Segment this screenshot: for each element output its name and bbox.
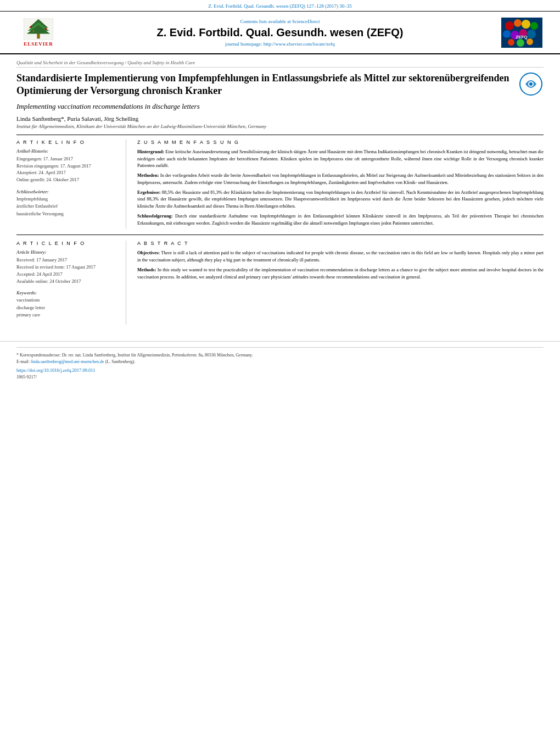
methods-label-en: Methods: — [137, 267, 156, 272]
zusammenfassung-col: Z U S A M M E N F A S S U N G Hintergrun… — [137, 140, 544, 230]
footnote-text: Korrespondenzadresse: Dr. rer. nat. Lind… — [20, 353, 253, 358]
contents-link: Contents lists available at ScienceDirec… — [60, 19, 500, 24]
article-history-section: Artikel-Historie: Eingegangen: 17. Janua… — [16, 148, 117, 183]
svg-point-16 — [527, 30, 536, 38]
svg-point-11 — [522, 20, 530, 29]
keyword-de-1: Impfempfehlung — [16, 196, 117, 203]
footnote: * Korrespondenzadresse: Dr. rer. nat. Li… — [16, 352, 544, 365]
article-title: Standardisierte Implementierung von Impf… — [16, 72, 544, 98]
svg-point-10 — [514, 19, 522, 27]
article-info-en-heading: A R T I C L E I N F O — [16, 241, 117, 246]
abstract-heading: A B S T R A C T — [137, 241, 544, 246]
svg-point-23 — [529, 82, 533, 86]
section-divider — [16, 235, 544, 235]
ergebnisse-label: Ergebnisse: — [137, 189, 161, 195]
elsevier-tree-icon — [22, 18, 55, 40]
ergebnisse-para: Ergebnisse: 88,5% der Hausärzte und 81,3… — [137, 189, 544, 210]
elsevier-logo: ELSEVIER — [16, 16, 60, 49]
keyword-en-1: vaccinations — [16, 297, 117, 304]
email-link[interactable]: linda.sanftenberg@med.uni-muenchen.de — [31, 359, 104, 364]
svg-point-17 — [508, 39, 514, 46]
citation-text: Z. Evid. Fortbild. Qual. Gesundh. wesen … — [208, 3, 351, 9]
svg-point-12 — [530, 22, 538, 30]
hintergrund-label: Hintergrund: — [137, 149, 164, 154]
methods-para-en: Methods: In this study we wanted to test… — [137, 266, 544, 281]
svg-text:ZEFQ: ZEFQ — [516, 35, 527, 40]
citation-bar: Z. Evid. Fortbild. Qual. Gesundh. wesen … — [0, 0, 560, 12]
zefq-logo-icon: ZEFQ — [501, 18, 542, 48]
abstract-col: A B S T R A C T Objectives: There is sti… — [137, 241, 544, 325]
zefq-logo: ZEFQ — [500, 16, 544, 49]
footer: * Korrespondenzadresse: Dr. rer. nat. Li… — [0, 341, 560, 386]
footer-divider — [16, 347, 544, 348]
english-section: A R T I C L E I N F O Article History: R… — [16, 241, 544, 325]
history-en-line-3: Accepted: 24 April 2017 — [16, 271, 117, 278]
history-en-line-4: Available online: 24 October 2017 — [16, 278, 117, 285]
keyword-de-2: ärztlicher Entlassbrief — [16, 203, 117, 210]
keyword-en-3: primary care — [16, 311, 117, 319]
svg-point-19 — [527, 38, 533, 45]
svg-point-5 — [30, 26, 32, 28]
keywords-section-en: Keywords: vaccinations discharge letter … — [16, 290, 117, 319]
history-line-2: Revision eingegangen: 17. August 2017 — [16, 163, 117, 170]
doi-link[interactable]: https://doi.org/10.1016/j.zefq.2017.09.0… — [16, 367, 544, 373]
zusammenfassung-heading: Z U S A M M E N F A S S U N G — [137, 140, 544, 145]
history-en-line-2: Received in revised form: 17 August 2017 — [16, 264, 117, 271]
issn: 1865-9217/ — [16, 374, 544, 381]
objectives-para: Objectives: There is still a lack of att… — [137, 249, 544, 264]
page: Z. Evid. Fortbild. Qual. Gesundh. wesen … — [0, 0, 560, 742]
affiliation: Institut für Allgemeinmedizin, Klinikum … — [16, 124, 544, 129]
schlussfolgerung-label: Schlussfolgerung: — [137, 213, 173, 219]
article-section: Qualität und Sicherheit in der Gesundhei… — [0, 54, 560, 330]
article-history-en-section: Article History: Received: 17 January 20… — [16, 249, 117, 284]
journal-title-center: Contents lists available at ScienceDirec… — [60, 19, 500, 47]
history-label-en: Article History: — [16, 249, 117, 255]
keywords-label-de: Schlüsselwörter: — [16, 189, 117, 194]
methoden-label-de: Methoden: — [137, 172, 159, 178]
sciencedirect-link[interactable]: ScienceDirect — [292, 19, 320, 24]
svg-point-13 — [503, 30, 511, 38]
keywords-section-de: Schlüsselwörter: Impfempfehlung ärztlich… — [16, 189, 117, 218]
artikel-info-heading: A R T I K E L I N F O — [16, 140, 117, 145]
methoden-para-de: Methoden: In der vorliegenden Arbeit wur… — [137, 172, 544, 186]
artikel-info-col: A R T I K E L I N F O Artikel-Historie: … — [16, 140, 126, 230]
homepage-url[interactable]: http://www.elsevier.com/locate/zefq — [264, 41, 335, 47]
elsevier-label: ELSEVIER — [24, 41, 53, 47]
svg-point-9 — [505, 21, 514, 30]
history-line-1: Eingegangen: 17. Januar 2017 — [16, 155, 117, 163]
zusammenfassung-text: Hintergrund: Eine kritische Auseinanders… — [137, 148, 544, 227]
authors: Linda Sanftenberg*, Puria Salavati, Jörg… — [16, 115, 544, 122]
article-info-en-col: A R T I C L E I N F O Article History: R… — [16, 241, 126, 325]
footnote-symbol: * — [16, 353, 19, 358]
svg-point-7 — [33, 31, 35, 32]
article-subtitle: Implementing vaccination recommendations… — [16, 102, 544, 111]
journal-name: Z. Evid. Fortbild. Qual. Gesundh. wesen … — [60, 26, 500, 39]
history-line-3: Akzeptiert: 24. April 2017 — [16, 169, 117, 176]
history-en-line-1: Received: 17 January 2017 — [16, 256, 117, 264]
history-label: Artikel-Historie: — [16, 148, 117, 154]
objectives-label: Objectives: — [137, 250, 160, 255]
crossmark-icon[interactable] — [519, 72, 544, 97]
schlussfolgerung-para: Schlussfolgerung: Durch eine standardisi… — [137, 213, 544, 227]
hintergrund-para: Hintergrund: Eine kritische Auseinanders… — [137, 148, 544, 169]
email-label: E-mail: — [16, 359, 31, 364]
journal-header: ELSEVIER Contents lists available at Sci… — [0, 12, 560, 54]
svg-point-18 — [517, 39, 524, 47]
keyword-en-2: discharge letter — [16, 304, 117, 312]
abstract-text: Objectives: There is still a lack of att… — [137, 249, 544, 280]
section-label: Qualität und Sicherheit in der Gesundhei… — [16, 60, 544, 68]
keywords-label-en: Keywords: — [16, 290, 117, 295]
email-suffix: (L. Sanftenberg). — [104, 359, 136, 364]
journal-homepage: journal homepage: http://www.elsevier.co… — [60, 41, 500, 47]
german-section: A R T I K E L I N F O Artikel-Historie: … — [16, 135, 544, 230]
history-line-4: Online gestellt: 24. Oktober 2017 — [16, 176, 117, 183]
svg-point-6 — [45, 28, 47, 30]
keyword-de-3: hausärztliche Versorgung — [16, 210, 117, 218]
